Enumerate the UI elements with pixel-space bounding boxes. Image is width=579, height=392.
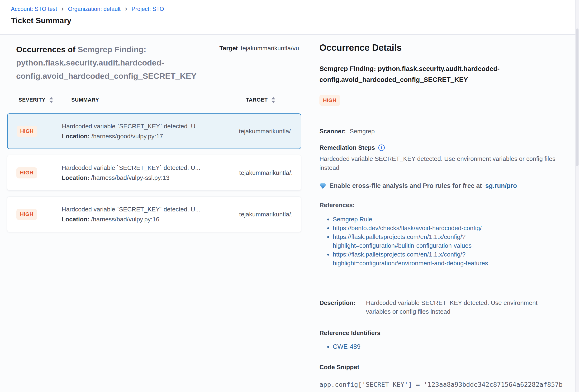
row-summary: Hardcoded variable `SECRET_KEY` detected…: [62, 121, 234, 141]
reference-link[interactable]: Semgrep Rule: [333, 215, 509, 224]
cwe-link[interactable]: CWE-489: [333, 342, 562, 351]
target-value: tejakummarikuntla/vu: [241, 45, 299, 52]
row-target: tejakummarikuntla/.: [239, 211, 301, 218]
column-header-target[interactable]: TARGET: [246, 97, 275, 103]
severity-badge: HIGH: [319, 95, 340, 106]
breadcrumb-account-link[interactable]: Account: STO test: [11, 6, 57, 12]
page-title: Ticket Summary: [11, 16, 579, 25]
severity-badge: HIGH: [16, 167, 37, 178]
row-location-value: /harness/good/vulpy.py:17: [91, 133, 163, 140]
remediation-text: Hardcoded variable SECRET_KEY detected. …: [319, 154, 562, 172]
occurrences-panel-head: Occurrences of Semgrep Finding: python.f…: [0, 35, 308, 83]
severity-badge: HIGH: [17, 126, 37, 137]
row-summary-text: Hardcoded variable `SECRET_KEY` detected…: [62, 204, 234, 214]
target-label: Target: [219, 45, 238, 52]
sort-icon: [49, 97, 53, 103]
occurrences-table-header: SEVERITY SUMMARY TARGET: [18, 97, 308, 103]
row-location-value: /harness/bad/vulpy-ssl.py:13: [91, 174, 170, 181]
reference-identifiers-label: Reference Identifiers: [319, 329, 562, 337]
breadcrumb-organization-link[interactable]: Organization: default: [68, 6, 120, 12]
scanner-label: Scanner:: [319, 128, 346, 135]
semgrep-pro-promo: Enable cross-file analysis and Pro rules…: [319, 182, 562, 190]
chevron-right-icon: ›: [125, 6, 127, 11]
occurrence-details-heading: Occurrence Details: [319, 43, 562, 53]
column-header-severity-label: SEVERITY: [18, 97, 46, 103]
scanner-line: Scanner:Semgrep: [319, 128, 562, 135]
row-location-label: Location:: [62, 216, 89, 223]
severity-badge: HIGH: [16, 209, 37, 220]
column-header-severity[interactable]: SEVERITY: [18, 97, 71, 103]
references-list: Semgrep Rule https://bento.dev/checks/fl…: [319, 215, 562, 268]
occurrences-panel: Occurrences of Semgrep Finding: python.f…: [0, 35, 308, 392]
column-header-summary-label: SUMMARY: [71, 97, 99, 103]
occurrences-heading-prefix: Occurrences of: [16, 45, 75, 54]
remediation-steps-label: Remediation Steps i: [319, 144, 562, 151]
occurrences-rows: HIGH Hardcoded variable `SECRET_KEY` det…: [7, 113, 301, 232]
reference-link[interactable]: https://flask.palletsprojects.com/en/1.1…: [333, 232, 509, 250]
chevron-right-icon: ›: [61, 6, 64, 11]
row-summary: Hardcoded variable `SECRET_KEY` detected…: [62, 163, 234, 183]
row-location-label: Location:: [62, 133, 90, 140]
column-header-summary: SUMMARY: [71, 97, 246, 103]
sort-icon: [272, 97, 275, 103]
code-snippet-label: Code Snippet: [319, 364, 562, 371]
remediation-steps-text: Remediation Steps: [319, 144, 375, 151]
row-location-value: /harness/bad/vulpy.py:16: [91, 216, 159, 223]
row-target: tejakummarikuntla/.: [239, 128, 301, 135]
promo-text: Enable cross-file analysis and Pro rules…: [329, 182, 482, 190]
breadcrumb-project-link[interactable]: Project: STO: [132, 6, 164, 12]
finding-title: Semgrep Finding: python.flask.security.a…: [319, 63, 557, 85]
breadcrumb: Account: STO test › Organization: defaul…: [11, 6, 579, 12]
column-header-target-label: TARGET: [246, 97, 268, 103]
page-header: Account: STO test › Organization: defaul…: [0, 0, 579, 35]
table-row[interactable]: HIGH Hardcoded variable `SECRET_KEY` det…: [7, 196, 301, 232]
vertical-scrollbar[interactable]: [576, 0, 579, 392]
severity-badge-wrap: HIGH: [319, 95, 562, 106]
occurrences-heading: Occurrences of Semgrep Finding: python.f…: [16, 43, 204, 83]
reference-identifiers-list: CWE-489: [319, 342, 562, 351]
row-summary-text: Hardcoded variable `SECRET_KEY` detected…: [62, 121, 234, 131]
target-summary: Targettejakummarikuntla/vu: [219, 45, 308, 83]
scrollbar-thumb[interactable]: [576, 28, 579, 166]
reference-link[interactable]: https://flask.palletsprojects.com/en/1.1…: [333, 250, 509, 268]
occurrence-details-panel: Occurrence Details Semgrep Finding: pyth…: [308, 35, 579, 392]
row-target: tejakummarikuntla/.: [239, 169, 301, 176]
code-snippet: app.config['SECRET_KEY'] = '123aa8a93bdd…: [319, 381, 562, 388]
description-row: Description: Hardcoded variable SECRET_K…: [319, 298, 562, 316]
references-label: References:: [319, 201, 562, 209]
table-row[interactable]: HIGH Hardcoded variable `SECRET_KEY` det…: [7, 155, 301, 191]
info-icon[interactable]: i: [378, 145, 385, 151]
row-summary-text: Hardcoded variable `SECRET_KEY` detected…: [62, 163, 234, 173]
row-summary: Hardcoded variable `SECRET_KEY` detected…: [62, 204, 234, 224]
scanner-value: Semgrep: [350, 128, 375, 135]
promo-link[interactable]: sg.run/pro: [485, 182, 517, 190]
main-content: Occurrences of Semgrep Finding: python.f…: [0, 35, 579, 392]
reference-link[interactable]: https://bento.dev/checks/flask/avoid-har…: [333, 224, 509, 232]
description-label: Description:: [319, 298, 366, 316]
gem-icon: [319, 183, 326, 189]
table-row[interactable]: HIGH Hardcoded variable `SECRET_KEY` det…: [7, 113, 301, 149]
description-text: Hardcoded variable SECRET_KEY detected. …: [366, 298, 548, 316]
row-location-label: Location:: [62, 174, 89, 181]
